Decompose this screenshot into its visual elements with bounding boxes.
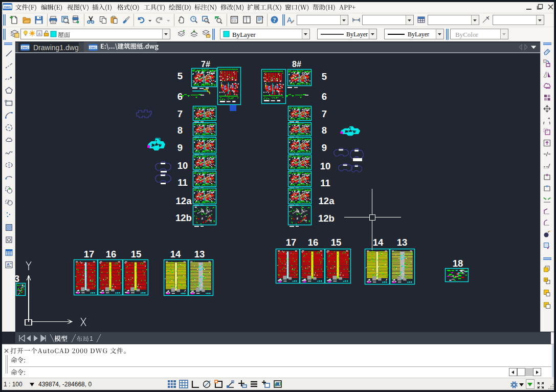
svg-text:ByLayer: ByLayer: [408, 31, 429, 38]
svg-text:8: 8: [322, 125, 327, 136]
svg-text:12a: 12a: [319, 195, 335, 206]
svg-text:5: 5: [177, 71, 183, 81]
svg-text:7#: 7#: [201, 60, 210, 69]
svg-text:14: 14: [373, 237, 384, 248]
svg-text:1: 1: [90, 335, 93, 342]
svg-text:9: 9: [322, 142, 327, 153]
svg-text:A: A: [7, 262, 10, 267]
svg-text:7: 7: [177, 108, 183, 119]
svg-text:ByLayer: ByLayer: [232, 31, 256, 38]
svg-text:16: 16: [308, 237, 319, 248]
svg-text:10: 10: [320, 161, 331, 171]
svg-text:3: 3: [15, 273, 19, 284]
svg-text:12a: 12a: [176, 195, 192, 206]
svg-text:13: 13: [194, 249, 205, 259]
svg-text:7: 7: [322, 108, 327, 119]
svg-text:17: 17: [84, 249, 95, 259]
svg-text:ByLayer: ByLayer: [346, 31, 368, 38]
svg-text:15: 15: [331, 237, 342, 248]
svg-text:6: 6: [177, 91, 183, 102]
svg-text:12b: 12b: [318, 213, 335, 224]
svg-text:6: 6: [322, 91, 327, 102]
svg-text:17: 17: [286, 237, 297, 248]
svg-text:13: 13: [397, 237, 408, 248]
svg-text:18: 18: [453, 258, 463, 269]
svg-text:12b: 12b: [175, 212, 192, 223]
svg-text:?: ?: [273, 16, 276, 24]
svg-text:ByColor: ByColor: [455, 31, 478, 38]
svg-text:15: 15: [131, 249, 142, 259]
svg-text:14: 14: [170, 249, 181, 259]
svg-text:9: 9: [177, 142, 183, 153]
svg-text:16: 16: [106, 249, 117, 259]
svg-text:DWG: DWG: [21, 46, 29, 49]
svg-text:11: 11: [320, 178, 330, 188]
svg-text:8: 8: [177, 125, 183, 136]
svg-text:10: 10: [177, 160, 188, 171]
svg-text:8#: 8#: [292, 60, 301, 69]
svg-text:DWG: DWG: [90, 46, 97, 49]
svg-text:5: 5: [322, 71, 327, 82]
svg-text:11: 11: [177, 177, 188, 188]
